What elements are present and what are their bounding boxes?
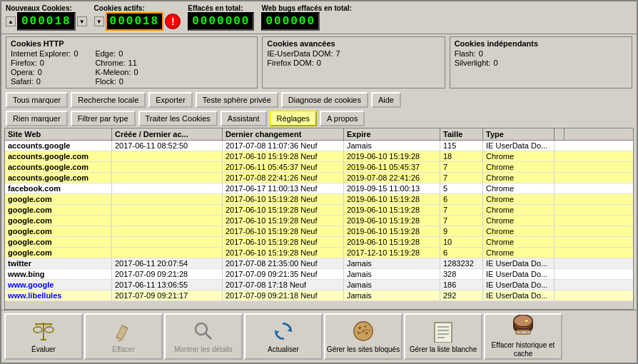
opera-row: Opera: 0: [11, 68, 88, 76]
firefox-dom-label: Firefox DOM:: [267, 59, 313, 67]
td-site: twitter: [5, 258, 112, 268]
effacer-hist-btn[interactable]: Effacer historique et cache: [484, 313, 562, 360]
filtrer-type-btn[interactable]: Filtrer par type: [71, 111, 136, 126]
firefox-dom-value: 0: [317, 59, 331, 67]
td-site: google.com: [5, 216, 112, 226]
actifs-controls: ▼ 000018 !: [94, 12, 181, 31]
table-row[interactable]: google.com 2017-06-10 15:19:28 Neuf 2019…: [5, 205, 633, 216]
aide-btn[interactable]: Aide: [371, 92, 401, 108]
gerer-sites-btn[interactable]: Gérer les sites bloqués: [324, 313, 402, 360]
effacer-label: Effacer: [112, 345, 135, 354]
table-row[interactable]: accounts.google.com 2017-06-11 05:45:37 …: [5, 162, 633, 173]
td-created: 2017-07-09 09:21:28: [112, 269, 223, 279]
table-header: Site Web Créée / Dernier ac... Dernier c…: [5, 128, 633, 141]
td-expires: 2019-06-10 15:19:28: [344, 205, 440, 215]
svg-rect-32: [521, 330, 527, 333]
nouveaux-up-btn[interactable]: ▲: [6, 16, 16, 26]
ie-value: 0: [74, 49, 88, 58]
td-site: google.com: [5, 226, 112, 236]
refresh-icon: [272, 320, 295, 343]
table-row[interactable]: www.bing 2017-07-09 09:21:28 2017-07-09 …: [5, 269, 633, 280]
ie-userdata-value: 7: [336, 49, 350, 58]
table-row[interactable]: accounts.google.com 2017-07-08 22:41:26 …: [5, 173, 633, 183]
svg-point-16: [364, 325, 366, 328]
table-row[interactable]: accounts.google.com 2017-06-10 15:19:28 …: [5, 151, 633, 162]
table-row[interactable]: www.google 2017-06-11 13:06:55 2017-07-0…: [5, 280, 633, 290]
rien-marquer-btn[interactable]: Rien marquer: [6, 111, 68, 126]
td-modified: 2017-07-09 09:21:35 Neuf: [223, 269, 344, 279]
http-col2: Edge: 0 Chrome: 11 K-Meleon: 0 Flock: 0: [95, 49, 148, 86]
independants-panel: Cookies indépendants Flash: 0 Silverligh…: [450, 36, 632, 89]
td-type: Chrome: [483, 194, 555, 204]
http-col1: Internet Explorer: 0 Firefox: 0 Opera: 0…: [11, 49, 88, 86]
actualiser-btn[interactable]: Actualiser: [244, 313, 323, 360]
td-modified: 2017-06-10 15:19:28 Neuf: [223, 194, 344, 204]
nouveaux-cookies-group: Nouveaux Cookies: ▲ 000018 ▼: [6, 4, 87, 31]
table-row[interactable]: google.com 2017-06-10 15:19:28 Neuf 2019…: [5, 216, 633, 226]
svg-rect-20: [435, 323, 452, 343]
actifs-down-btn[interactable]: ▼: [94, 16, 104, 26]
th-type: Type: [483, 128, 555, 140]
table-row[interactable]: www.libellules 2017-07-09 09:21:17 2017-…: [5, 290, 633, 301]
svg-point-2: [34, 327, 42, 333]
td-site: accounts.google.com: [5, 162, 112, 172]
chrome-row: Chrome: 11: [95, 59, 148, 67]
kmeleon-row: K-Meleon: 0: [95, 68, 148, 76]
table-row[interactable]: google.com 2017-06-10 15:19:28 Neuf 2019…: [5, 237, 633, 248]
td-site: facebook.com: [5, 183, 112, 193]
svg-rect-31: [517, 330, 520, 333]
td-site: accounts.google.com: [5, 151, 112, 161]
firefox-label: Firefox:: [11, 59, 37, 67]
effacer-btn[interactable]: Effacer: [84, 313, 163, 360]
diagnose-btn[interactable]: Diagnose de cookies: [281, 92, 368, 108]
td-type: Chrome: [483, 173, 555, 183]
table-row[interactable]: accounts.google 2017-06-11 08:52:50 2017…: [5, 141, 633, 151]
montrer-details-btn[interactable]: Montrer les détails: [164, 313, 243, 360]
table-row[interactable]: google.com 2017-06-10 15:19:28 Neuf 2017…: [5, 248, 633, 258]
td-modified: 2017-06-10 15:19:28 Neuf: [223, 151, 344, 161]
td-expires: Jamais: [344, 258, 440, 268]
reglages-btn[interactable]: Réglages: [270, 111, 317, 126]
nouveaux-controls: ▲ 000018 ▼: [6, 12, 87, 31]
teste-sphere-btn[interactable]: Teste sphère privée: [196, 92, 278, 108]
th-expires: Expire: [344, 128, 440, 140]
cookies-table: Site Web Créée / Dernier ac... Dernier c…: [4, 128, 634, 310]
flash-label: Flash:: [455, 49, 476, 58]
td-modified: 2017-07-08 21:35:00 Neuf: [223, 258, 344, 268]
apropos-btn[interactable]: A propos: [320, 111, 365, 126]
gerer-liste-label: Gérer la liste blanche: [410, 345, 477, 354]
td-type: Chrome: [483, 151, 555, 161]
evaluer-btn[interactable]: Évaluer: [4, 313, 83, 360]
assistant-btn[interactable]: Assistant: [221, 111, 267, 126]
traiter-btn[interactable]: Traiter les Cookies: [138, 111, 218, 126]
recherche-locale-btn[interactable]: Recherche locale: [71, 92, 146, 108]
ie-userdata-row: IE-UserData DOM: 7: [267, 49, 350, 58]
tous-marquer-btn[interactable]: Tous marquer: [6, 92, 68, 108]
td-type: Chrome: [483, 162, 555, 172]
evaluer-label: Évaluer: [31, 345, 56, 354]
td-type: Chrome: [483, 237, 555, 247]
svg-point-10: [196, 323, 207, 335]
gerer-liste-btn[interactable]: Gérer la liste blanche: [404, 313, 482, 360]
td-size: 292: [440, 290, 483, 300]
table-body: accounts.google 2017-06-11 08:52:50 2017…: [5, 141, 633, 309]
td-type: Chrome: [483, 183, 555, 193]
table-row[interactable]: google.com 2017-06-10 15:19:28 Neuf 2019…: [5, 194, 633, 205]
table-row[interactable]: facebook.com 2017-06-17 11:00:13 Neuf 20…: [5, 183, 633, 194]
table-row[interactable]: google.com 2017-06-10 15:19:28 Neuf 2019…: [5, 226, 633, 237]
info-row: Cookies HTTP Internet Explorer: 0 Firefo…: [1, 34, 637, 91]
avances-content: IE-UserData DOM: 7 Firefox DOM: 0: [267, 49, 440, 67]
counter-bar: Nouveaux Cookies: ▲ 000018 ▼ Cookies act…: [1, 1, 637, 34]
td-created: [112, 248, 223, 258]
exporter-btn[interactable]: Exporter: [148, 92, 193, 108]
kmeleon-label: K-Meleon:: [95, 68, 131, 76]
alert-icon: !: [165, 14, 181, 29]
nouveaux-down-btn[interactable]: ▼: [77, 16, 87, 26]
table-row[interactable]: twitter 2017-06-11 20:07:54 2017-07-08 2…: [5, 258, 633, 269]
edge-row: Edge: 0: [95, 49, 148, 58]
td-created: [112, 183, 223, 193]
firefox-row: Firefox: 0: [11, 59, 88, 67]
td-modified: 2017-06-11 05:45:37 Neuf: [223, 162, 344, 172]
safari-row: Safari: 0: [11, 77, 88, 86]
flash-row: Flash: 0: [455, 49, 508, 58]
